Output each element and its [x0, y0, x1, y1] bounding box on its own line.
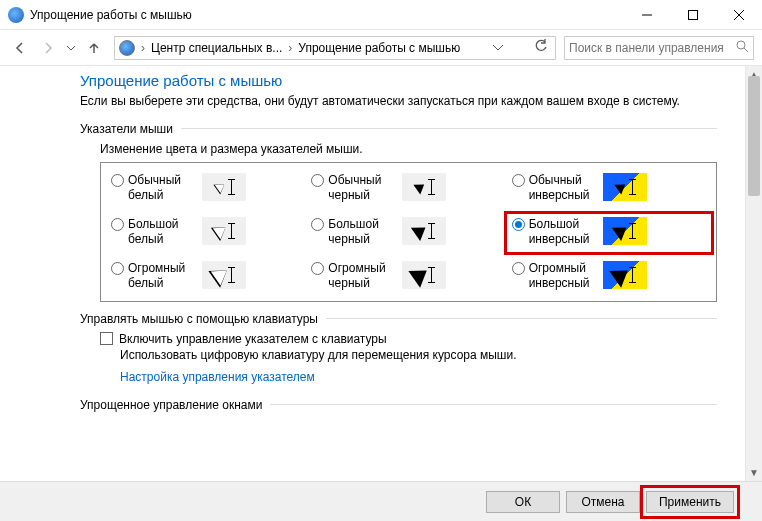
recent-dropdown[interactable]: [64, 36, 78, 60]
apply-button[interactable]: Применить: [646, 491, 734, 513]
pointer-option-huge-black[interactable]: Огромный черный: [311, 261, 505, 291]
pointer-option-label: Большой инверсный: [529, 217, 599, 247]
back-arrow-icon: [13, 41, 27, 55]
section-divider: [270, 404, 717, 405]
radio-icon: [512, 174, 525, 187]
pointer-option-large-black[interactable]: Большой черный: [311, 217, 505, 247]
pointer-option-label: Обычный белый: [128, 173, 198, 203]
mousekeys-checkbox[interactable]: Включить управление указателем с клавиат…: [100, 332, 717, 346]
cursor-preview: [603, 217, 647, 245]
vertical-scrollbar[interactable]: ▲ ▼: [745, 66, 762, 481]
svg-rect-1: [689, 10, 698, 19]
mousekeys-settings-link[interactable]: Настройка управления указателем: [120, 370, 315, 384]
forward-arrow-icon: [41, 41, 55, 55]
radio-icon: [512, 218, 525, 231]
section-divider: [326, 318, 717, 319]
control-panel-icon: [119, 40, 135, 56]
radio-icon: [111, 218, 124, 231]
search-icon[interactable]: [735, 39, 749, 56]
refresh-icon: [534, 39, 548, 53]
pointer-option-label: Обычный инверсный: [529, 173, 599, 203]
breadcrumb-item[interactable]: Центр специальных в...: [147, 39, 286, 57]
pointer-option-large-inverse[interactable]: Большой инверсный: [512, 217, 706, 247]
pointer-option-label: Огромный белый: [128, 261, 198, 291]
mousekeys-helper-text: Использовать цифровую клавиатуру для пер…: [120, 348, 717, 362]
close-icon: [734, 10, 744, 20]
close-button[interactable]: [716, 0, 762, 30]
cursor-preview: [202, 217, 246, 245]
cursor-preview: [402, 217, 446, 245]
page-heading: Упрощение работы с мышью: [80, 72, 717, 89]
cursor-preview: [402, 173, 446, 201]
pointer-option-label: Большой белый: [128, 217, 198, 247]
pointer-option-normal-white[interactable]: Обычный белый: [111, 173, 305, 203]
pointer-option-label: Большой черный: [328, 217, 398, 247]
up-button[interactable]: [82, 36, 106, 60]
checkbox-icon: [100, 332, 113, 345]
pointer-option-normal-black[interactable]: Обычный черный: [311, 173, 505, 203]
pointer-option-label: Обычный черный: [328, 173, 398, 203]
breadcrumb-item[interactable]: Упрощение работы с мышью: [294, 39, 464, 57]
pointer-option-huge-inverse[interactable]: Огромный инверсный: [512, 261, 706, 291]
cursor-preview: [202, 173, 246, 201]
cursor-preview: [603, 173, 647, 201]
breadcrumb-sep-icon: ›: [141, 41, 145, 55]
pointer-option-large-white[interactable]: Большой белый: [111, 217, 305, 247]
tutorial-highlight-apply: Применить: [646, 491, 734, 513]
section-keyboard-label: Управлять мышью с помощью клавиатуры: [80, 312, 318, 326]
pointers-subheading: Изменение цвета и размера указателей мыш…: [100, 142, 717, 156]
cursor-preview: [603, 261, 647, 289]
nav-toolbar: › Центр специальных в... › Упрощение раб…: [0, 30, 762, 66]
up-arrow-icon: [87, 41, 101, 55]
radio-icon: [311, 218, 324, 231]
scroll-down-button[interactable]: ▼: [746, 464, 762, 481]
window-titlebar: Упрощение работы с мышью: [0, 0, 762, 30]
app-icon: [8, 7, 24, 23]
search-input[interactable]: [569, 41, 735, 55]
pointer-option-huge-white[interactable]: Огромный белый: [111, 261, 305, 291]
maximize-button[interactable]: [670, 0, 716, 30]
svg-line-5: [744, 48, 748, 52]
pointer-option-label: Огромный черный: [328, 261, 398, 291]
breadcrumb[interactable]: › Центр специальных в... › Упрощение раб…: [114, 36, 556, 60]
radio-icon: [311, 174, 324, 187]
main-content: Упрощение работы с мышью Если вы выберет…: [0, 66, 745, 481]
cursor-preview: [402, 261, 446, 289]
page-description: Если вы выберете эти средства, они будут…: [80, 93, 717, 110]
breadcrumb-sep-icon: ›: [288, 41, 292, 55]
chevron-down-icon: [67, 44, 75, 52]
section-windows-label: Упрощенное управление окнами: [80, 398, 262, 412]
minimize-icon: [642, 10, 652, 20]
ok-button[interactable]: ОК: [486, 491, 560, 513]
radio-icon: [512, 262, 525, 275]
minimize-button[interactable]: [624, 0, 670, 30]
dialog-footer: ОК Отмена Применить: [0, 481, 762, 521]
radio-icon: [311, 262, 324, 275]
section-divider: [181, 128, 717, 129]
scroll-thumb[interactable]: [748, 76, 760, 196]
cursor-preview: [202, 261, 246, 289]
cancel-button[interactable]: Отмена: [566, 491, 640, 513]
pointer-option-label: Огромный инверсный: [529, 261, 599, 291]
radio-icon: [111, 174, 124, 187]
refresh-button[interactable]: [531, 39, 551, 56]
search-box[interactable]: [564, 36, 754, 60]
pointer-options-grid: Обычный белый Обычный черный Обычный инв…: [100, 162, 717, 302]
radio-icon: [111, 262, 124, 275]
forward-button[interactable]: [36, 36, 60, 60]
maximize-icon: [688, 10, 698, 20]
breadcrumb-dropdown-icon[interactable]: [488, 41, 508, 55]
svg-point-4: [737, 41, 745, 49]
section-pointers-label: Указатели мыши: [80, 122, 173, 136]
checkbox-label: Включить управление указателем с клавиат…: [119, 332, 387, 346]
window-title: Упрощение работы с мышью: [30, 8, 624, 22]
back-button[interactable]: [8, 36, 32, 60]
pointer-option-normal-inverse[interactable]: Обычный инверсный: [512, 173, 706, 203]
